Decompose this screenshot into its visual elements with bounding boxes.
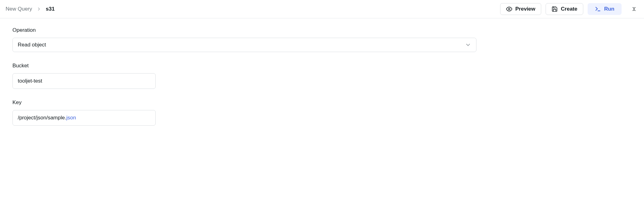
terminal-icon [595, 6, 601, 12]
key-field: Key /project/json/sample.json [12, 99, 632, 126]
eye-icon [506, 6, 512, 12]
save-icon [552, 6, 558, 12]
breadcrumb-root[interactable]: New Query [6, 6, 32, 12]
run-label: Run [604, 6, 614, 12]
key-prefix: /project/json/sample. [18, 115, 66, 121]
collapse-icon[interactable] [630, 5, 638, 13]
chevron-down-icon [465, 42, 471, 48]
breadcrumb: New Query s31 [6, 6, 54, 12]
query-header: New Query s31 Preview Create Run [0, 0, 644, 18]
create-button[interactable]: Create [546, 3, 583, 15]
svg-point-0 [508, 8, 510, 10]
preview-label: Preview [515, 6, 535, 12]
operation-value: Read object [18, 42, 46, 48]
query-form: Operation Read object Bucket Key /projec… [0, 18, 644, 145]
breadcrumb-query-name[interactable]: s31 [46, 6, 54, 12]
chevron-right-icon [36, 7, 41, 12]
operation-field: Operation Read object [12, 27, 632, 52]
preview-button[interactable]: Preview [500, 3, 541, 15]
create-label: Create [561, 6, 577, 12]
key-suffix: json [66, 115, 76, 121]
operation-label: Operation [12, 27, 632, 33]
bucket-field: Bucket [12, 63, 632, 89]
operation-select[interactable]: Read object [12, 38, 476, 52]
operation-select-wrap: Read object [12, 38, 476, 52]
key-input[interactable]: /project/json/sample.json [12, 110, 156, 126]
bucket-input[interactable] [12, 73, 156, 89]
key-label: Key [12, 99, 632, 106]
bucket-label: Bucket [12, 63, 632, 69]
run-button[interactable]: Run [588, 3, 622, 15]
header-actions: Preview Create Run [500, 3, 638, 15]
